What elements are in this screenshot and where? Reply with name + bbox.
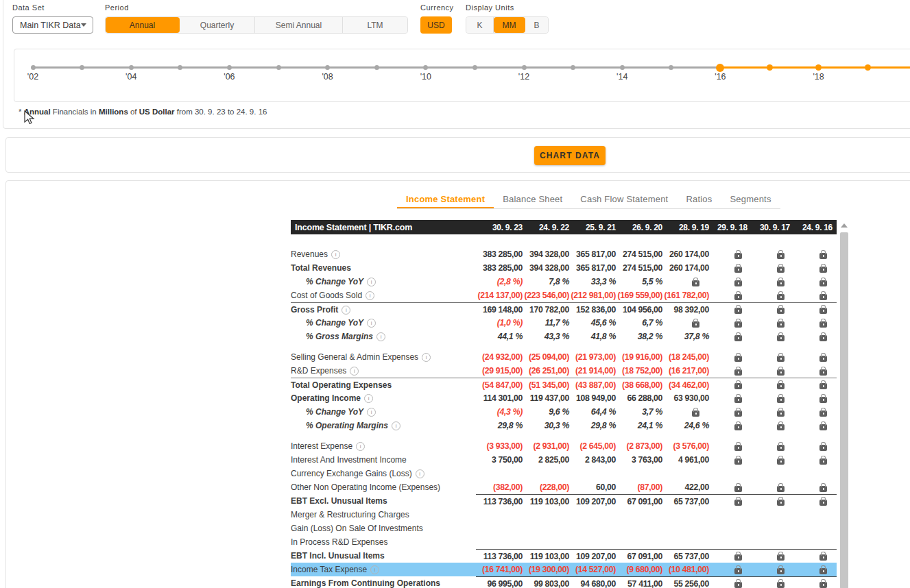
lock-icon[interactable] [819, 486, 827, 492]
lock-icon[interactable] [777, 356, 785, 362]
lock-icon[interactable] [819, 458, 827, 465]
table-row[interactable]: EBT Excl. Unusual Items113 736,00119 103… [291, 494, 837, 508]
lock-icon[interactable] [777, 369, 785, 376]
table-row[interactable]: % Gross Marginsi44,1 %43,3 %41,8 %38,2 %… [291, 330, 837, 343]
table-row[interactable]: Currency Exchange Gains (Loss)i [291, 467, 837, 480]
lock-icon[interactable] [819, 308, 827, 314]
table-row[interactable]: Cost of Goods Soldi(214 137,00)(223 546,… [291, 289, 837, 302]
lock-icon[interactable] [734, 458, 742, 465]
lock-icon[interactable] [777, 568, 785, 574]
info-icon[interactable]: i [364, 394, 373, 403]
lock-icon[interactable] [777, 335, 785, 341]
lock-icon[interactable] [734, 500, 742, 506]
table-row[interactable]: Gross Profiti169 148,00170 782,00152 836… [291, 302, 837, 316]
lock-icon[interactable] [777, 445, 785, 451]
lock-icon[interactable] [692, 411, 699, 417]
table-row[interactable]: % Change YoYi(2,8 %)7,8 %33,3 %5,5 % [291, 275, 837, 289]
lock-icon[interactable] [819, 383, 827, 389]
lock-icon[interactable] [819, 321, 827, 328]
chart-data-button[interactable]: CHART DATA [534, 146, 606, 165]
lock-icon[interactable] [734, 321, 742, 328]
period-option-annual[interactable]: Annual [106, 17, 180, 33]
info-icon[interactable]: i [392, 421, 400, 430]
lock-icon[interactable] [777, 424, 785, 430]
lock-icon[interactable] [777, 267, 785, 273]
lock-icon[interactable] [734, 267, 742, 273]
lock-icon[interactable] [734, 486, 742, 492]
lock-icon[interactable] [734, 424, 742, 430]
lock-icon[interactable] [819, 397, 827, 403]
lock-icon[interactable] [734, 356, 742, 362]
table-row[interactable]: Revenuesi383 285,00394 328,00365 817,002… [291, 247, 837, 261]
table-row[interactable]: % Change YoYi(4,3 %)9,6 %64,4 %3,7 % [291, 405, 837, 419]
lock-icon[interactable] [777, 582, 785, 588]
lock-icon[interactable] [777, 253, 785, 259]
lock-icon[interactable] [734, 294, 742, 300]
table-row[interactable]: Operating Incomei114 301,00119 437,00108… [291, 391, 837, 405]
currency-usd-button[interactable]: USD [420, 16, 452, 34]
lock-icon[interactable] [819, 267, 827, 273]
lock-icon[interactable] [819, 335, 827, 341]
table-row[interactable]: % Operating Marginsi29,8 %30,3 %29,8 %24… [291, 419, 837, 432]
table-row[interactable]: Interest Expensei(3 933,00)(2 931,00)(2 … [291, 439, 837, 453]
lock-icon[interactable] [819, 568, 827, 574]
info-icon[interactable]: i [350, 367, 359, 376]
lock-icon[interactable] [734, 335, 742, 341]
lock-icon[interactable] [819, 424, 827, 430]
lock-icon[interactable] [692, 280, 699, 286]
period-option-ltm[interactable]: LTM [343, 17, 407, 33]
lock-icon[interactable] [734, 383, 742, 389]
lock-icon[interactable] [777, 397, 785, 403]
info-icon[interactable]: i [366, 291, 374, 300]
lock-icon[interactable] [819, 356, 827, 362]
table-row[interactable]: Income Tax Expensei(16 741,00)(19 300,00… [291, 563, 837, 576]
info-icon[interactable]: i [331, 250, 340, 259]
lock-icon[interactable] [734, 554, 742, 561]
lock-icon[interactable] [777, 486, 785, 492]
info-icon[interactable]: i [367, 408, 376, 417]
lock-icon[interactable] [734, 411, 742, 417]
lock-icon[interactable] [777, 554, 785, 561]
lock-icon[interactable] [734, 308, 742, 314]
lock-icon[interactable] [777, 308, 785, 314]
table-row[interactable]: Interest And Investment Income3 750,002 … [291, 453, 837, 467]
info-icon[interactable]: i [356, 442, 365, 451]
table-row[interactable]: Other Non Operating Income (Expenses)(38… [291, 480, 837, 494]
lock-icon[interactable] [819, 582, 827, 588]
lock-icon[interactable] [819, 411, 827, 417]
lock-icon[interactable] [734, 445, 742, 451]
lock-icon[interactable] [734, 397, 742, 403]
table-row[interactable]: EBT Incl. Unusual Items113 736,00119 103… [291, 549, 837, 563]
table-row[interactable]: Gain (Loss) On Sale Of Investments [291, 522, 837, 535]
info-icon[interactable]: i [367, 319, 376, 328]
lock-icon[interactable] [819, 253, 827, 259]
display-units-option-b[interactable]: B [525, 17, 548, 33]
year-range-slider[interactable]: '02'04'06'08'10'12'14'16'18'20 [14, 49, 910, 102]
tab-income-statement[interactable]: Income Statement [397, 191, 494, 208]
table-row[interactable]: Total Operating Expenses(54 847,00)(51 3… [291, 378, 837, 391]
lock-icon[interactable] [777, 321, 785, 328]
display-units-option-mm[interactable]: MM [494, 17, 525, 33]
lock-icon[interactable] [734, 582, 742, 588]
lock-icon[interactable] [819, 500, 827, 506]
info-icon[interactable]: i [422, 353, 431, 362]
table-row[interactable]: In Process R&D Expenses [291, 535, 837, 549]
lock-icon[interactable] [777, 458, 785, 465]
lock-icon[interactable] [734, 568, 742, 574]
lock-icon[interactable] [777, 383, 785, 389]
data-set-dropdown[interactable]: Main TIKR Data [12, 16, 93, 34]
scroll-up-icon[interactable] [841, 223, 848, 228]
table-row[interactable]: Merger & Restructuring Charges [291, 508, 837, 522]
table-row[interactable]: Selling General & Admin Expensesi(24 932… [291, 350, 837, 364]
lock-icon[interactable] [819, 280, 827, 286]
tab-balance-sheet[interactable]: Balance Sheet [494, 191, 571, 208]
lock-icon[interactable] [819, 294, 827, 300]
timeline-handle[interactable] [716, 64, 724, 72]
info-icon[interactable]: i [342, 306, 350, 315]
tab-ratios[interactable]: Ratios [677, 191, 721, 208]
lock-icon[interactable] [819, 445, 827, 451]
lock-icon[interactable] [819, 554, 827, 561]
scrollbar-thumb[interactable] [840, 232, 848, 588]
lock-icon[interactable] [777, 500, 785, 506]
lock-icon[interactable] [777, 280, 785, 286]
